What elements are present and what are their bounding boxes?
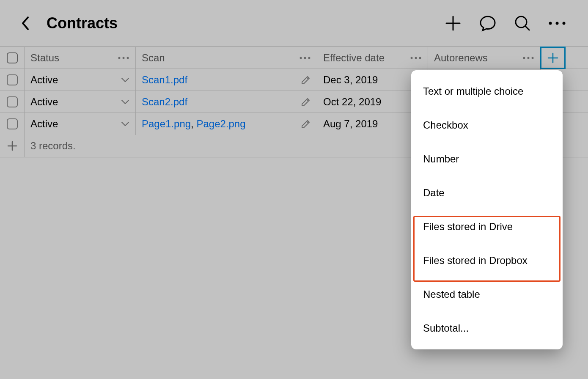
add-row-button[interactable] (0, 135, 25, 157)
chevron-down-icon (121, 99, 129, 104)
column-type-option[interactable]: Nested table (411, 277, 563, 311)
column-label: Effective date (323, 52, 410, 64)
column-menu-button[interactable] (522, 56, 534, 60)
row-checkbox[interactable] (7, 96, 18, 107)
column-label: Scan (142, 52, 299, 64)
column-type-option[interactable]: Files stored in Dropbox (411, 244, 563, 277)
scan-files: Page1.png, Page2.png (142, 118, 301, 130)
svg-point-10 (300, 57, 302, 59)
status-cell[interactable]: Active (25, 69, 136, 91)
pencil-icon[interactable] (301, 119, 311, 129)
table-header-row: Status Scan Effective date Autorenews (0, 47, 588, 69)
page-title: Contracts (47, 14, 443, 32)
add-column-button[interactable] (541, 47, 565, 69)
separator: , (191, 118, 196, 129)
pencil-icon[interactable] (301, 75, 311, 85)
row-checkbox[interactable] (7, 118, 18, 129)
column-header-autorenews[interactable]: Autorenews (428, 47, 541, 69)
ellipsis-icon (522, 56, 534, 60)
file-link[interactable]: Page1.png (142, 118, 191, 129)
ellipsis-icon (548, 21, 566, 26)
svg-point-5 (556, 22, 559, 25)
add-button[interactable] (443, 14, 463, 33)
column-label: Status (30, 52, 118, 64)
column-header-effective-date[interactable]: Effective date (317, 47, 428, 69)
column-menu-button[interactable] (410, 56, 422, 60)
svg-point-6 (563, 22, 566, 25)
file-link[interactable]: Scan2.pdf (142, 96, 187, 107)
svg-line-3 (525, 26, 529, 30)
plus-icon (7, 140, 18, 151)
chevron-down-icon (121, 121, 129, 126)
svg-point-12 (308, 57, 310, 59)
status-value: Active (30, 96, 121, 108)
plus-icon (445, 15, 462, 32)
back-button[interactable] (17, 11, 34, 36)
scan-cell[interactable]: Scan2.pdf (136, 91, 317, 113)
plus-icon (547, 52, 559, 64)
select-all-cell[interactable] (0, 47, 25, 69)
row-select-cell[interactable] (0, 113, 25, 135)
chevron-left-icon (21, 16, 30, 31)
search-button[interactable] (513, 14, 532, 33)
scan-files: Scan2.pdf (142, 96, 301, 108)
column-type-option[interactable]: Subtotal... (411, 311, 563, 345)
svg-point-16 (523, 57, 525, 59)
column-type-option[interactable]: Files stored in Drive (411, 210, 563, 244)
column-type-option[interactable]: Checkbox (411, 108, 563, 142)
ellipsis-icon (118, 56, 129, 60)
effective-date-value: Dec 3, 2019 (323, 74, 378, 86)
scan-cell[interactable]: Page1.png, Page2.png (136, 113, 317, 135)
svg-point-13 (411, 57, 413, 59)
column-label: Autorenews (434, 52, 522, 64)
select-all-checkbox[interactable] (7, 52, 18, 63)
file-link[interactable]: Scan1.pdf (142, 74, 187, 85)
effective-date-value: Oct 22, 2019 (323, 96, 381, 108)
header: Contracts (0, 0, 588, 47)
column-header-status[interactable]: Status (25, 47, 136, 69)
status-cell[interactable]: Active (25, 91, 136, 113)
svg-point-11 (304, 57, 306, 59)
ellipsis-icon (410, 56, 422, 60)
svg-point-8 (123, 57, 125, 59)
header-actions (443, 14, 567, 33)
svg-point-7 (118, 57, 121, 59)
scan-files: Scan1.pdf (142, 74, 301, 86)
status-value: Active (30, 118, 121, 130)
svg-point-18 (532, 57, 534, 59)
status-value: Active (30, 74, 121, 86)
pencil-icon[interactable] (301, 97, 311, 107)
row-checkbox[interactable] (7, 74, 18, 85)
row-select-cell[interactable] (0, 69, 25, 91)
column-menu-button[interactable] (118, 56, 129, 60)
scan-cell[interactable]: Scan1.pdf (136, 69, 317, 91)
comment-button[interactable] (478, 14, 497, 33)
chevron-down-icon (121, 77, 129, 82)
svg-point-17 (528, 57, 530, 59)
file-link[interactable]: Page2.png (196, 118, 245, 129)
svg-point-9 (127, 57, 129, 59)
add-column-type-menu: Text or multiple choiceCheckboxNumberDat… (411, 70, 563, 349)
ellipsis-icon (299, 56, 311, 60)
column-menu-button[interactable] (299, 56, 311, 60)
column-type-option[interactable]: Number (411, 142, 563, 176)
svg-point-14 (415, 57, 417, 59)
effective-date-value: Aug 7, 2019 (323, 118, 378, 130)
column-type-option[interactable]: Text or multiple choice (411, 74, 563, 108)
column-type-option[interactable]: Date (411, 176, 563, 210)
search-icon (514, 15, 531, 32)
column-header-scan[interactable]: Scan (136, 47, 317, 69)
row-select-cell[interactable] (0, 91, 25, 113)
svg-point-15 (419, 57, 421, 59)
chat-bubble-icon (479, 14, 497, 32)
more-button[interactable] (547, 14, 567, 33)
svg-point-4 (549, 22, 552, 25)
status-cell[interactable]: Active (25, 113, 136, 135)
